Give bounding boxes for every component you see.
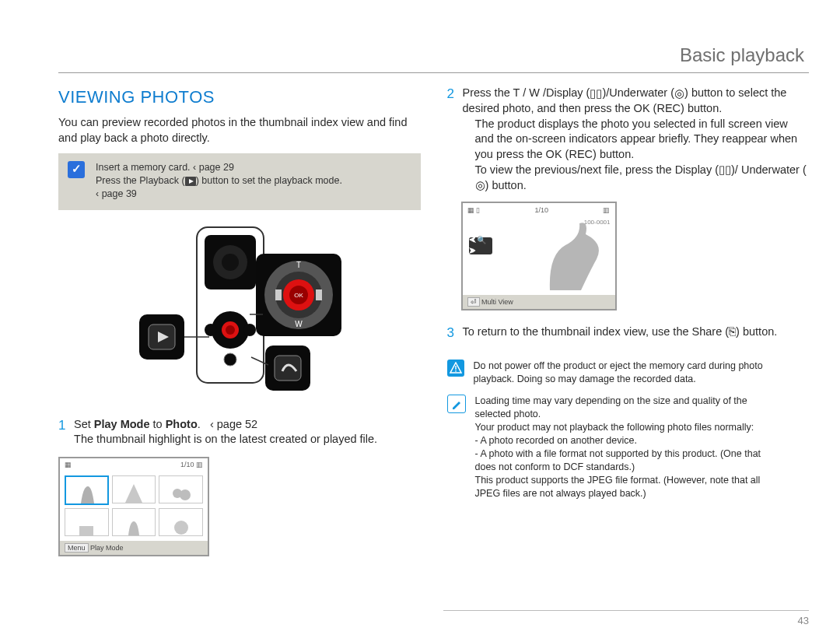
step3-text-a: To return to the thumbnail index view, u…: [463, 325, 730, 338]
thumb-counter: 1/10: [180, 461, 194, 468]
step-1: 1 Set Play Mode to Photo. ‹ page 52 The …: [58, 417, 421, 556]
note-l8: JPEG files are not always played back.): [475, 487, 761, 500]
share-icon: ⎘: [729, 325, 736, 340]
note-callout: Loading time may vary depending on the s…: [447, 395, 810, 500]
thumbnail-1: [65, 475, 109, 505]
precheck-line2b: ) button to set the playback mode.: [196, 175, 342, 186]
right-column: 2 Press the T / W /Display (▯▯)/Underwat…: [447, 86, 810, 567]
warn-l2: playback. Doing so may damage the record…: [474, 373, 763, 386]
step-3: 3 To return to the thumbnail index view,…: [447, 325, 810, 342]
underwater-icon-2: ◎: [475, 178, 485, 194]
step-1-num: 1: [58, 417, 71, 435]
check-icon: ✓: [68, 161, 85, 178]
svg-rect-20: [275, 289, 282, 300]
fullscreen-preview: ▦ ▯ 1/10 ▥ 100-0001 ⮜🔍⮞: [461, 202, 617, 310]
display-icon: ▯▯: [590, 86, 602, 102]
breadcrumb: Basic playback: [58, 43, 809, 73]
full-counter: 1/10: [534, 205, 548, 215]
thumb-footer-label: Play Mode: [90, 544, 124, 552]
zoom-icon: ⮜🔍⮞: [469, 237, 492, 254]
photo-mode-icon-2: ▦ ▯: [467, 205, 481, 215]
precheck-box: ✓ Insert a memory card. ‹ page 29 Press …: [58, 153, 421, 210]
svg-rect-21: [316, 289, 322, 300]
photo-mode-icon: ▦: [65, 460, 72, 469]
svg-point-9: [205, 324, 217, 336]
battery-icon: ▥: [196, 461, 203, 468]
underwater-icon: ◎: [674, 86, 684, 102]
intro-text: You can preview recorded photos in the t…: [58, 115, 421, 146]
note-l3: Your product may not playback the follow…: [475, 421, 761, 434]
battery-icon-2: ▥: [603, 205, 610, 215]
thumbnail-5: [112, 508, 156, 536]
play-icon: [185, 177, 196, 186]
back-button-label: ⏎: [467, 297, 480, 307]
step1-playmode: Play Mode: [94, 418, 150, 430]
step2-p1a: Press the T / W /Display (: [463, 86, 590, 99]
step2-p1b: )/Underwater (: [602, 86, 674, 99]
thumbnail-3: [159, 475, 203, 503]
svg-point-8: [226, 325, 235, 335]
two-column-layout: VIEWING PHOTOS You can preview recorded …: [58, 86, 809, 567]
note-icon: [447, 395, 466, 413]
svg-point-10: [243, 324, 256, 336]
camcorder-illustration: T W OK: [135, 221, 345, 400]
silhouette-icon: [534, 216, 604, 290]
note-l6: does not conform to DCF standards.): [475, 461, 761, 474]
step1-photo: Photo: [166, 418, 198, 430]
footer-rule: [443, 610, 809, 611]
step1-line2: The thumbnail highlight is on the latest…: [74, 432, 419, 447]
svg-rect-36: [455, 370, 456, 372]
svg-point-11: [224, 353, 236, 366]
step2-p2: The product displays the photo you selec…: [463, 117, 808, 163]
full-footer-label: Multi View: [481, 298, 513, 306]
manual-page: Basic playback VIEWING PHOTOS You can pr…: [0, 0, 840, 642]
precheck-line3: ‹ page 39: [96, 188, 342, 201]
svg-point-5: [222, 254, 239, 271]
precheck-line1-ref: ‹ page 29: [193, 162, 234, 173]
note-l7: This product supports the JPEG file form…: [475, 474, 761, 487]
step1-ref: ‹ page 52: [210, 418, 257, 430]
note-l4: - A photo recorded on another device.: [475, 434, 761, 447]
svg-text:OK: OK: [294, 292, 303, 299]
precheck-line1a: Insert a memory card.: [96, 162, 193, 173]
menu-button-label: Menu: [65, 543, 89, 553]
step2-p3b: )/ Underwater (: [731, 163, 807, 176]
warn-l1: Do not power off the product or eject th…: [474, 360, 763, 373]
page-number: 43: [798, 614, 809, 628]
note-l2: selected photo.: [475, 408, 761, 421]
svg-rect-35: [455, 366, 456, 370]
svg-text:T: T: [296, 261, 301, 269]
note-l5: - A photo with a file format not support…: [475, 447, 761, 461]
device-figure: T W OK: [58, 221, 421, 400]
svg-text:W: W: [295, 320, 303, 328]
svg-point-31: [180, 489, 191, 500]
note-l1: Loading time may vary depending on the s…: [475, 395, 761, 408]
svg-rect-28: [275, 356, 301, 381]
step1-text-a: Set: [74, 418, 94, 430]
thumbnail-index-preview: ▦ 1/10 ▥ Menu Pl: [58, 457, 209, 556]
warning-icon: [447, 360, 464, 377]
svg-point-33: [174, 521, 188, 535]
display-icon-2: ▯▯: [719, 163, 731, 178]
thumbnail-2: [112, 475, 156, 503]
step-2: 2 Press the T / W /Display (▯▯)/Underwat…: [447, 86, 810, 310]
svg-rect-32: [79, 526, 93, 535]
thumbnail-4: [65, 508, 109, 536]
step3-text-b: ) button.: [736, 325, 777, 338]
step-3-num: 3: [447, 325, 460, 342]
step-2-num: 2: [447, 86, 460, 103]
warning-callout: Do not power off the product or eject th…: [447, 360, 810, 386]
step1-text-e: .: [198, 418, 204, 430]
section-title: VIEWING PHOTOS: [58, 86, 421, 109]
step2-p3c: ) button.: [485, 179, 527, 191]
step1-text-c: to: [150, 418, 166, 430]
step2-p3a: To view the previous/next file, press th…: [475, 163, 719, 176]
left-column: VIEWING PHOTOS You can preview recorded …: [58, 86, 421, 567]
thumbnail-6: [159, 508, 203, 536]
precheck-line2a: Press the Playback (: [96, 175, 185, 186]
